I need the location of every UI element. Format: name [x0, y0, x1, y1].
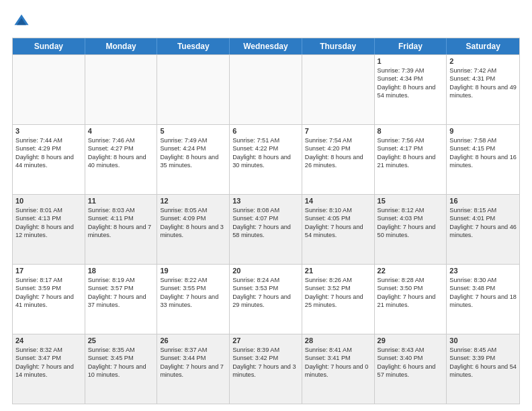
day-number: 26 [160, 336, 226, 345]
day-number: 9 [449, 127, 517, 135]
day-info: Sunrise: 7:58 AM Sunset: 4:15 PM Dayligh… [449, 136, 517, 170]
cal-cell-13: 13Sunrise: 8:08 AM Sunset: 4:07 PM Dayli… [230, 195, 302, 264]
day-info: Sunrise: 8:22 AM Sunset: 3:55 PM Dayligh… [160, 276, 226, 310]
cal-cell-20: 20Sunrise: 8:24 AM Sunset: 3:53 PM Dayli… [230, 265, 302, 334]
cal-cell-15: 15Sunrise: 8:12 AM Sunset: 4:03 PM Dayli… [375, 195, 447, 264]
day-info: Sunrise: 8:03 AM Sunset: 4:11 PM Dayligh… [88, 206, 154, 240]
day-info: Sunrise: 8:19 AM Sunset: 3:57 PM Dayligh… [88, 276, 154, 310]
day-info: Sunrise: 8:24 AM Sunset: 3:53 PM Dayligh… [232, 276, 299, 310]
day-number: 29 [378, 336, 444, 345]
day-info: Sunrise: 8:41 AM Sunset: 3:41 PM Dayligh… [305, 346, 371, 379]
cal-cell-3: 3Sunrise: 7:44 AM Sunset: 4:29 PM Daylig… [13, 125, 85, 194]
cal-cell-21: 21Sunrise: 8:26 AM Sunset: 3:52 PM Dayli… [302, 265, 375, 334]
cal-cell-7: 7Sunrise: 7:54 AM Sunset: 4:20 PM Daylig… [302, 125, 375, 194]
day-number: 24 [15, 336, 82, 345]
cal-cell-empty-4 [302, 55, 375, 124]
header-day-saturday: Saturday [447, 38, 519, 54]
day-info: Sunrise: 8:08 AM Sunset: 4:07 PM Dayligh… [232, 206, 299, 240]
day-number: 7 [305, 127, 371, 135]
day-info: Sunrise: 8:37 AM Sunset: 3:44 PM Dayligh… [160, 346, 226, 379]
cal-cell-26: 26Sunrise: 8:37 AM Sunset: 3:44 PM Dayli… [157, 334, 230, 404]
cal-cell-14: 14Sunrise: 8:10 AM Sunset: 4:05 PM Dayli… [302, 195, 375, 264]
header-day-monday: Monday [85, 38, 158, 54]
day-info: Sunrise: 8:30 AM Sunset: 3:48 PM Dayligh… [449, 276, 517, 310]
day-info: Sunrise: 7:49 AM Sunset: 4:24 PM Dayligh… [160, 136, 226, 170]
cal-cell-16: 16Sunrise: 8:15 AM Sunset: 4:01 PM Dayli… [447, 195, 519, 264]
day-number: 28 [305, 336, 371, 345]
day-info: Sunrise: 7:39 AM Sunset: 4:34 PM Dayligh… [378, 66, 444, 100]
cal-cell-28: 28Sunrise: 8:41 AM Sunset: 3:41 PM Dayli… [302, 334, 375, 404]
day-info: Sunrise: 8:15 AM Sunset: 4:01 PM Dayligh… [449, 206, 517, 240]
logo-icon [12, 12, 31, 31]
day-number: 22 [378, 267, 444, 275]
cal-cell-17: 17Sunrise: 8:17 AM Sunset: 3:59 PM Dayli… [13, 265, 85, 334]
day-info: Sunrise: 7:46 AM Sunset: 4:27 PM Dayligh… [88, 136, 154, 170]
day-number: 13 [232, 197, 299, 205]
cal-cell-30: 30Sunrise: 8:45 AM Sunset: 3:39 PM Dayli… [447, 334, 519, 404]
day-info: Sunrise: 8:05 AM Sunset: 4:09 PM Dayligh… [160, 206, 226, 240]
cal-cell-23: 23Sunrise: 8:30 AM Sunset: 3:48 PM Dayli… [447, 265, 519, 334]
cal-cell-9: 9Sunrise: 7:58 AM Sunset: 4:15 PM Daylig… [447, 125, 519, 194]
day-info: Sunrise: 8:26 AM Sunset: 3:52 PM Dayligh… [305, 276, 371, 310]
cal-cell-22: 22Sunrise: 8:28 AM Sunset: 3:50 PM Dayli… [375, 265, 447, 334]
day-number: 11 [88, 197, 154, 205]
day-number: 6 [232, 127, 299, 135]
day-number: 10 [15, 197, 82, 205]
day-number: 3 [15, 127, 82, 135]
day-number: 14 [305, 197, 371, 205]
cal-cell-25: 25Sunrise: 8:35 AM Sunset: 3:45 PM Dayli… [85, 334, 158, 404]
header-day-thursday: Thursday [302, 38, 375, 54]
cal-cell-18: 18Sunrise: 8:19 AM Sunset: 3:57 PM Dayli… [85, 265, 158, 334]
day-number: 2 [449, 57, 517, 65]
day-number: 17 [15, 267, 82, 275]
day-info: Sunrise: 8:43 AM Sunset: 3:40 PM Dayligh… [378, 346, 444, 379]
page: SundayMondayTuesdayWednesdayThursdayFrid… [0, 0, 532, 411]
day-number: 25 [88, 336, 154, 345]
day-number: 30 [449, 336, 517, 345]
header-day-friday: Friday [375, 38, 447, 54]
day-info: Sunrise: 8:12 AM Sunset: 4:03 PM Dayligh… [378, 206, 444, 240]
day-info: Sunrise: 8:28 AM Sunset: 3:50 PM Dayligh… [378, 276, 444, 310]
day-info: Sunrise: 8:32 AM Sunset: 3:47 PM Dayligh… [15, 346, 82, 379]
calendar-row-2: 10Sunrise: 8:01 AM Sunset: 4:13 PM Dayli… [13, 194, 519, 264]
day-info: Sunrise: 8:35 AM Sunset: 3:45 PM Dayligh… [88, 346, 154, 379]
day-info: Sunrise: 7:56 AM Sunset: 4:17 PM Dayligh… [378, 136, 444, 170]
day-number: 5 [160, 127, 226, 135]
cal-cell-empty-1 [85, 55, 158, 124]
calendar-header: SundayMondayTuesdayWednesdayThursdayFrid… [13, 38, 519, 54]
day-number: 18 [88, 267, 154, 275]
day-number: 19 [160, 267, 226, 275]
cal-cell-8: 8Sunrise: 7:56 AM Sunset: 4:17 PM Daylig… [375, 125, 447, 194]
cal-cell-6: 6Sunrise: 7:51 AM Sunset: 4:22 PM Daylig… [230, 125, 302, 194]
day-info: Sunrise: 8:01 AM Sunset: 4:13 PM Dayligh… [15, 206, 82, 240]
logo [12, 12, 34, 31]
cal-cell-2: 2Sunrise: 7:42 AM Sunset: 4:31 PM Daylig… [447, 55, 519, 124]
calendar: SundayMondayTuesdayWednesdayThursdayFrid… [12, 38, 520, 404]
cal-cell-1: 1Sunrise: 7:39 AM Sunset: 4:34 PM Daylig… [375, 55, 447, 124]
day-info: Sunrise: 7:42 AM Sunset: 4:31 PM Dayligh… [449, 66, 517, 100]
cal-cell-empty-3 [230, 55, 302, 124]
calendar-row-3: 17Sunrise: 8:17 AM Sunset: 3:59 PM Dayli… [13, 264, 519, 334]
cal-cell-10: 10Sunrise: 8:01 AM Sunset: 4:13 PM Dayli… [13, 195, 85, 264]
header-day-sunday: Sunday [13, 38, 85, 54]
day-number: 12 [160, 197, 226, 205]
day-number: 20 [232, 267, 299, 275]
calendar-body: 1Sunrise: 7:39 AM Sunset: 4:34 PM Daylig… [13, 54, 519, 404]
day-info: Sunrise: 8:10 AM Sunset: 4:05 PM Dayligh… [305, 206, 371, 240]
header-day-tuesday: Tuesday [157, 38, 230, 54]
cal-cell-12: 12Sunrise: 8:05 AM Sunset: 4:09 PM Dayli… [157, 195, 230, 264]
cal-cell-empty-2 [157, 55, 230, 124]
day-info: Sunrise: 8:39 AM Sunset: 3:42 PM Dayligh… [232, 346, 299, 379]
calendar-row-1: 3Sunrise: 7:44 AM Sunset: 4:29 PM Daylig… [13, 124, 519, 194]
day-info: Sunrise: 7:54 AM Sunset: 4:20 PM Dayligh… [305, 136, 371, 170]
day-number: 15 [378, 197, 444, 205]
day-info: Sunrise: 7:51 AM Sunset: 4:22 PM Dayligh… [232, 136, 299, 170]
cal-cell-24: 24Sunrise: 8:32 AM Sunset: 3:47 PM Dayli… [13, 334, 85, 404]
day-number: 23 [449, 267, 517, 275]
day-number: 27 [232, 336, 299, 345]
day-number: 8 [378, 127, 444, 135]
cal-cell-29: 29Sunrise: 8:43 AM Sunset: 3:40 PM Dayli… [375, 334, 447, 404]
calendar-row-4: 24Sunrise: 8:32 AM Sunset: 3:47 PM Dayli… [13, 334, 519, 404]
cal-cell-11: 11Sunrise: 8:03 AM Sunset: 4:11 PM Dayli… [85, 195, 158, 264]
header [12, 12, 520, 31]
